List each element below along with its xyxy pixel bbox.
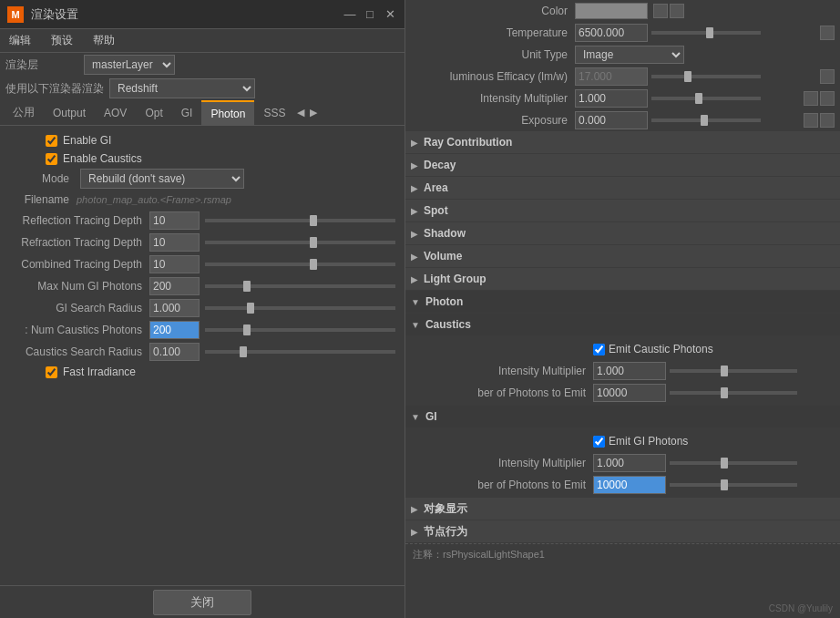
menu-item-help[interactable]: 帮助 xyxy=(89,31,118,50)
caustics-intensity-input[interactable] xyxy=(593,362,666,380)
decay-section[interactable]: ▶ Decay xyxy=(405,154,840,176)
caustics-intensity-slider[interactable] xyxy=(670,369,797,373)
ray-contribution-section[interactable]: ▶ Ray Contribution xyxy=(405,131,840,153)
temperature-input[interactable] xyxy=(575,24,648,42)
efficacy-slider[interactable] xyxy=(651,75,761,78)
renderer-dropdown[interactable]: Redshift xyxy=(109,78,255,98)
gi-title: GI xyxy=(425,410,437,423)
num-caustics-photons-input[interactable] xyxy=(149,321,200,339)
ray-contribution-title: Ray Contribution xyxy=(424,136,512,149)
enable-gi-checkbox[interactable] xyxy=(46,135,57,147)
tab-common[interactable]: 公用 xyxy=(4,100,44,126)
spot-arrow: ▶ xyxy=(411,206,418,216)
color-box[interactable] xyxy=(575,3,648,19)
obj-display-section[interactable]: ▶ 对象显示 xyxy=(405,498,840,520)
tab-photon[interactable]: Photon xyxy=(201,100,254,126)
close-window-button[interactable]: ✕ xyxy=(383,7,397,22)
exposure-icon2[interactable] xyxy=(820,113,835,128)
num-caustics-photons-slider[interactable] xyxy=(205,328,395,332)
shadow-title: Shadow xyxy=(424,227,466,240)
maximize-button[interactable]: □ xyxy=(363,7,377,22)
render-layer-label: 渲染层 xyxy=(5,57,78,73)
max-gi-photons-slider[interactable] xyxy=(205,284,395,288)
refraction-depth-input[interactable] xyxy=(149,233,200,252)
tab-next-arrow[interactable]: ▶ xyxy=(307,107,320,118)
gi-search-radius-slider[interactable] xyxy=(205,306,395,310)
reflection-depth-slider[interactable] xyxy=(205,219,395,222)
tab-output[interactable]: Output xyxy=(44,100,95,126)
close-button[interactable]: 关闭 xyxy=(153,590,251,615)
exposure-row: Exposure xyxy=(405,109,840,131)
unit-type-label: Unit Type xyxy=(411,48,575,61)
color-icon1[interactable] xyxy=(653,4,668,18)
temperature-slider[interactable] xyxy=(651,31,761,35)
exposure-icon1[interactable] xyxy=(804,113,818,128)
unit-type-dropdown[interactable]: Image xyxy=(575,46,684,64)
caustics-photons-input[interactable] xyxy=(593,384,666,402)
combined-depth-row: Combined Tracing Depth xyxy=(0,253,405,275)
intensity-slider[interactable] xyxy=(651,97,761,100)
photon-section[interactable]: ▼ Photon xyxy=(405,291,840,313)
tab-aov[interactable]: AOV xyxy=(95,100,136,126)
caustics-search-radius-slider[interactable] xyxy=(205,350,395,354)
gi-intensity-input[interactable] xyxy=(593,454,666,472)
caustics-search-radius-input[interactable] xyxy=(149,343,200,361)
light-group-section[interactable]: ▶ Light Group xyxy=(405,268,840,290)
enable-caustics-checkbox[interactable] xyxy=(46,153,57,165)
tab-gi[interactable]: GI xyxy=(172,100,202,126)
color-icon2[interactable] xyxy=(670,4,684,18)
filename-row: Filename photon_map_auto.<Frame>.rsmap xyxy=(0,190,405,210)
shadow-section[interactable]: ▶ Shadow xyxy=(405,222,840,244)
gi-search-radius-label: GI Search Radius xyxy=(4,302,149,314)
gi-section[interactable]: ▼ GI xyxy=(405,406,840,427)
caustics-photons-slider[interactable] xyxy=(670,391,797,395)
menu-item-preset[interactable]: 预设 xyxy=(47,31,77,50)
exposure-input[interactable] xyxy=(575,111,648,129)
gi-photons-input[interactable] xyxy=(593,476,666,494)
title-bar: M 渲染设置 — □ ✕ xyxy=(0,0,405,29)
efficacy-label: luminous Efficacy (lm/w) xyxy=(411,70,575,83)
renderer-row: 使用以下渲染器渲染 Redshift xyxy=(0,77,405,100)
max-gi-photons-input[interactable] xyxy=(149,277,200,295)
combined-depth-slider[interactable] xyxy=(205,263,395,266)
emit-caustic-checkbox[interactable] xyxy=(593,344,605,355)
tab-sss[interactable]: SSS xyxy=(254,100,294,126)
gi-search-radius-input[interactable] xyxy=(149,299,200,317)
decay-arrow: ▶ xyxy=(411,160,418,170)
gi-intensity-slider[interactable] xyxy=(670,461,797,465)
reflection-depth-input[interactable] xyxy=(149,211,200,230)
volume-section[interactable]: ▶ Volume xyxy=(405,245,840,267)
efficacy-input[interactable] xyxy=(575,67,648,86)
enable-gi-row: Enable GI xyxy=(0,131,405,149)
combined-depth-input[interactable] xyxy=(149,255,200,273)
minimize-button[interactable]: — xyxy=(343,7,357,22)
exposure-slider[interactable] xyxy=(651,118,761,122)
tab-prev-arrow[interactable]: ◀ xyxy=(294,107,307,118)
tab-opt[interactable]: Opt xyxy=(136,100,171,126)
max-gi-photons-label: Max Num GI Photons xyxy=(4,280,149,293)
intensity-icon1[interactable] xyxy=(804,91,818,106)
fast-irradiance-label: Fast Irradiance xyxy=(63,366,136,378)
efficacy-icon[interactable] xyxy=(820,69,835,84)
temperature-label: Temperature xyxy=(411,26,575,39)
spot-section[interactable]: ▶ Spot xyxy=(405,200,840,221)
gi-photons-slider[interactable] xyxy=(670,483,797,487)
node-behavior-section[interactable]: ▶ 节点行为 xyxy=(405,520,840,542)
volume-title: Volume xyxy=(424,250,462,263)
emit-gi-checkbox[interactable] xyxy=(593,436,605,448)
fast-irradiance-checkbox[interactable] xyxy=(46,366,57,378)
enable-gi-label: Enable GI xyxy=(63,134,111,147)
caustics-section[interactable]: ▼ Caustics xyxy=(405,314,840,335)
filename-label: Filename xyxy=(4,193,77,206)
app-icon: M xyxy=(7,6,24,23)
area-arrow: ▶ xyxy=(411,183,418,193)
temperature-icon[interactable] xyxy=(820,26,835,40)
refraction-depth-slider[interactable] xyxy=(205,241,395,244)
emit-gi-row: Emit GI Photons xyxy=(424,430,840,452)
intensity-input[interactable] xyxy=(575,89,648,108)
intensity-icon2[interactable] xyxy=(820,91,835,106)
render-layer-dropdown[interactable]: masterLayer xyxy=(84,55,175,75)
mode-dropdown[interactable]: Rebuild (don't save) xyxy=(80,169,244,189)
menu-item-edit[interactable]: 编辑 xyxy=(5,31,35,50)
area-section[interactable]: ▶ Area xyxy=(405,177,840,199)
